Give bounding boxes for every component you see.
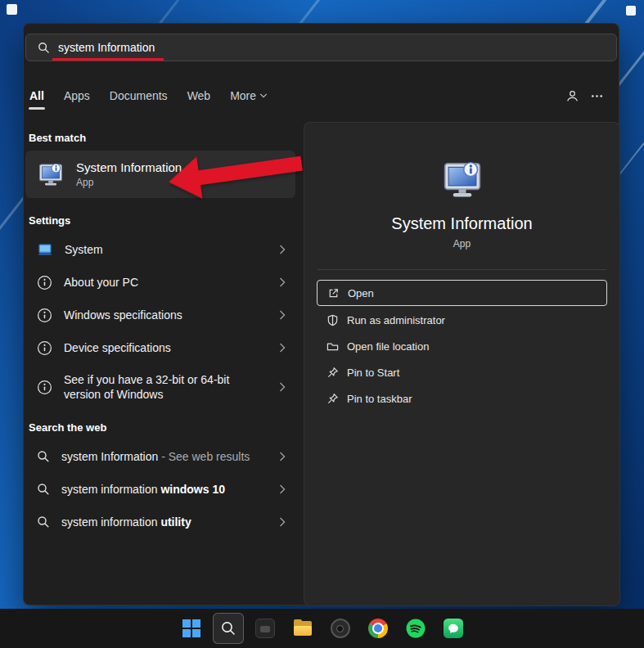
search-icon (37, 450, 50, 463)
account-icon[interactable] (560, 85, 584, 106)
action-label: Run as administrator (347, 314, 445, 326)
shield-icon (327, 314, 339, 326)
wallpaper-highlight (626, 6, 636, 16)
completion-text: utility (160, 515, 191, 529)
info-circle-icon (37, 308, 52, 323)
web-result-see-web-results[interactable]: system Information - See web results (25, 440, 295, 473)
search-filter-tabs: All Apps Documents Web More (29, 84, 609, 107)
action-pin-to-taskbar[interactable]: Pin to taskbar (317, 386, 607, 411)
tab-more[interactable]: More (229, 87, 268, 105)
windows-logo-icon (182, 619, 200, 637)
spotify-icon (406, 619, 426, 638)
section-header-best-match: Best match (29, 132, 292, 144)
camera-lens-app-button[interactable] (324, 612, 357, 645)
taskbar-dark-app-button[interactable] (249, 612, 281, 645)
info-circle-icon (37, 380, 52, 395)
dark-app-icon (255, 619, 275, 638)
suffix-text: - See web results (158, 450, 250, 463)
settings-result-32-or-64-bit[interactable]: See if you have a 32-bit or 64-bit versi… (25, 364, 295, 410)
tab-apps-label: Apps (64, 89, 90, 102)
info-circle-icon (37, 340, 52, 356)
action-open[interactable]: Open (317, 280, 607, 306)
pin-icon (327, 367, 339, 379)
tab-all[interactable]: All (29, 87, 45, 105)
tab-web-label: Web (187, 89, 211, 102)
chevron-right-icon (279, 245, 286, 255)
chevron-right-icon (279, 517, 286, 528)
system-information-app-icon (440, 157, 484, 201)
tab-documents-label: Documents (110, 89, 168, 102)
messages-icon (444, 619, 463, 638)
tab-all-label: All (29, 89, 44, 102)
messages-app-button[interactable] (437, 612, 470, 645)
annotation-underline (52, 58, 164, 61)
result-label: About your PC (64, 275, 138, 290)
result-label: Device specifications (64, 340, 171, 355)
file-explorer-icon (293, 619, 313, 638)
action-open-file-location[interactable]: Open file location (317, 334, 607, 358)
chevron-right-icon (279, 310, 286, 321)
info-circle-icon (37, 275, 52, 290)
tab-apps[interactable]: Apps (63, 87, 91, 105)
search-bar[interactable] (25, 34, 617, 61)
best-match-subtitle: App (76, 177, 182, 188)
result-label: system information utility (61, 515, 191, 529)
result-label: system Information - See web results (61, 449, 250, 464)
web-result-windows-10[interactable]: system information windows 10 (25, 473, 295, 506)
file-explorer-button[interactable] (286, 612, 319, 645)
search-icon (38, 42, 50, 54)
pin-icon (327, 393, 339, 405)
settings-result-device-specifications[interactable]: Device specifications (25, 331, 295, 364)
web-result-utility[interactable]: system information utility (25, 506, 295, 538)
preview-title: System Information (304, 214, 619, 233)
preview-pane: System Information App Open Run as admin… (304, 122, 620, 606)
divider (317, 269, 606, 270)
search-icon (37, 515, 50, 529)
result-label: system information windows 10 (61, 482, 225, 497)
more-options-icon[interactable] (584, 85, 609, 106)
chevron-right-icon (279, 382, 286, 393)
query-text: system information (61, 515, 160, 529)
camera-lens-icon (331, 619, 350, 638)
settings-result-windows-specifications[interactable]: Windows specifications (25, 299, 295, 331)
action-label: Pin to Start (347, 367, 399, 379)
result-label: System (65, 242, 103, 257)
section-header-search-the-web: Search the web (29, 421, 292, 434)
action-run-as-administrator[interactable]: Run as administrator (317, 308, 607, 332)
result-label: Windows specifications (64, 308, 182, 322)
settings-result-about-pc[interactable]: About your PC (25, 266, 295, 299)
preview-subtitle: App (304, 238, 619, 250)
chevron-right-icon (279, 484, 286, 495)
section-header-settings: Settings (29, 214, 292, 227)
tab-more-label: More (230, 89, 256, 102)
completion-text: windows 10 (160, 483, 225, 496)
chrome-button[interactable] (362, 612, 394, 645)
search-input[interactable] (50, 41, 605, 54)
action-pin-to-start[interactable]: Pin to Start (317, 360, 607, 385)
system-information-app-icon (37, 160, 65, 188)
chrome-icon (368, 619, 388, 638)
chevron-down-icon (259, 92, 268, 100)
query-text: system information (61, 483, 160, 496)
spotify-button[interactable] (399, 612, 432, 645)
chevron-right-icon (279, 343, 286, 353)
search-icon (37, 483, 50, 496)
taskbar-search-button[interactable] (213, 613, 244, 644)
chevron-right-icon (279, 452, 286, 462)
wallpaper-highlight (7, 4, 17, 15)
open-icon (327, 287, 340, 299)
action-label: Pin to taskbar (347, 393, 412, 405)
action-label: Open (348, 287, 374, 299)
tab-web[interactable]: Web (187, 87, 212, 105)
chevron-right-icon (279, 277, 286, 288)
query-text: system Information (61, 450, 158, 463)
tab-documents[interactable]: Documents (109, 87, 169, 105)
start-button[interactable] (175, 612, 208, 645)
search-icon (220, 620, 236, 637)
taskbar (0, 609, 644, 648)
action-label: Open file location (347, 340, 429, 353)
system-settings-icon (37, 241, 53, 258)
result-label: See if you have a 32-bit or 64-bit versi… (64, 372, 260, 402)
settings-result-system[interactable]: System (25, 233, 295, 266)
results-list: Best match System Information App (24, 122, 297, 605)
